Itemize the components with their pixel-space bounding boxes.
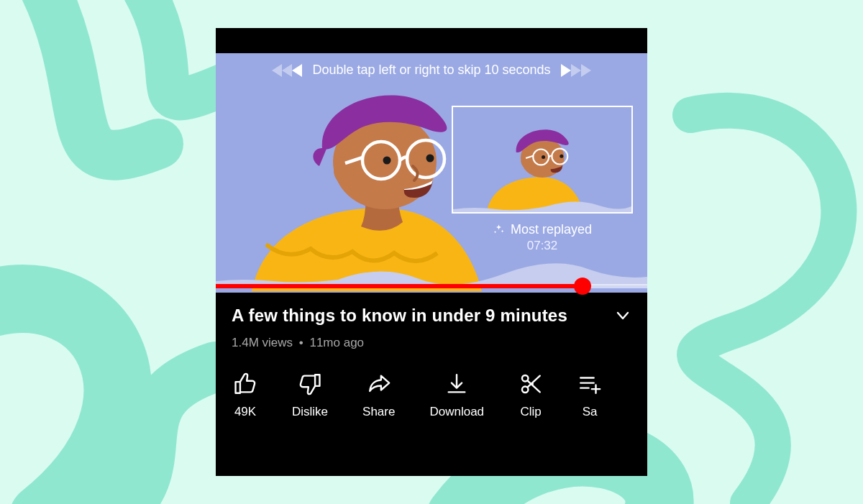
most-replayed-caption: Most replayed 07:32 <box>459 222 626 253</box>
svg-point-5 <box>426 155 434 162</box>
player-letterbox-top <box>216 28 647 53</box>
svg-point-4 <box>383 157 391 165</box>
dislike-button[interactable]: Dislike <box>292 372 328 419</box>
share-label: Share <box>362 405 395 419</box>
video-player[interactable]: Double tap left or right to skip 10 seco… <box>216 28 647 293</box>
video-views: 1.4M views <box>232 336 293 349</box>
chevron-down-icon[interactable] <box>614 307 631 324</box>
most-replayed-label: Most replayed <box>511 222 592 237</box>
forward-arrows-icon <box>561 64 591 77</box>
save-label: Sa <box>583 405 598 419</box>
action-bar[interactable]: 49K Dislike Share <box>232 372 631 419</box>
most-replayed-thumbnail[interactable] <box>452 106 633 214</box>
skip-hint-text: Double tap left or right to skip 10 seco… <box>312 63 550 78</box>
video-age: 11mo ago <box>309 336 364 349</box>
clip-label: Clip <box>520 405 541 419</box>
thumbs-down-icon <box>298 372 322 396</box>
svg-point-10 <box>542 155 545 159</box>
promo-stage: Double tap left or right to skip 10 seco… <box>0 0 863 504</box>
like-count: 49K <box>234 405 256 419</box>
download-button[interactable]: Download <box>429 372 484 419</box>
like-button[interactable]: 49K <box>233 372 257 419</box>
download-label: Download <box>429 405 484 419</box>
thumbs-up-icon <box>233 372 257 396</box>
mobile-video-mock: Double tap left or right to skip 10 seco… <box>216 28 647 476</box>
clip-button[interactable]: Clip <box>519 372 543 419</box>
video-title[interactable]: A few things to know in under 9 minutes <box>232 306 567 326</box>
share-button[interactable]: Share <box>362 372 395 419</box>
scissors-icon <box>519 372 543 396</box>
video-meta: 1.4M views • 11mo ago <box>232 336 631 350</box>
playlist-add-icon <box>577 372 602 396</box>
progress-bar[interactable] <box>216 284 647 288</box>
progress-played <box>216 284 583 288</box>
download-icon <box>444 372 469 396</box>
sparkle-icon <box>493 224 505 236</box>
save-button[interactable]: Sa <box>577 372 602 419</box>
svg-point-11 <box>560 155 563 158</box>
dislike-label: Dislike <box>292 405 328 419</box>
most-replayed-time: 07:32 <box>459 239 626 253</box>
rewind-arrows-icon <box>272 64 302 77</box>
share-arrow-icon <box>367 372 391 396</box>
skip-hint-row: Double tap left or right to skip 10 seco… <box>216 63 647 78</box>
